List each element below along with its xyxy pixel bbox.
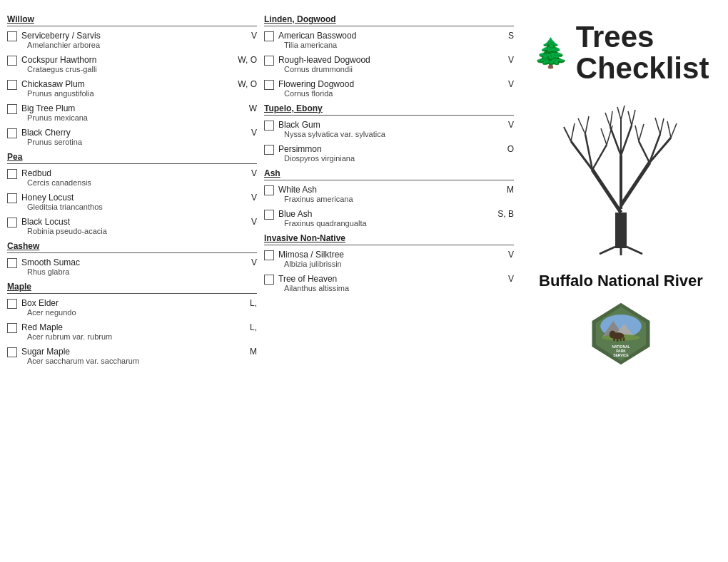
entry-name: Black Locust xyxy=(21,217,244,227)
entry-name: Black Cherry xyxy=(21,128,244,138)
svg-line-9 xyxy=(639,141,649,163)
svg-rect-42 xyxy=(620,338,622,342)
svg-line-23 xyxy=(635,126,639,141)
entry-code: V xyxy=(244,193,257,203)
section-header-tupelo-ebony: Tupelo, Ebony xyxy=(264,103,514,116)
svg-text:PARK: PARK xyxy=(616,349,626,353)
svg-text:NATIONAL: NATIONAL xyxy=(612,345,630,349)
entry-checkbox[interactable] xyxy=(7,56,17,66)
entry-code: V xyxy=(244,217,257,227)
svg-rect-43 xyxy=(623,338,625,342)
entry-latin: Gleditsia triancanthos xyxy=(27,203,257,211)
entry-checkbox[interactable] xyxy=(264,145,274,155)
entry-checkbox[interactable] xyxy=(7,104,17,114)
svg-point-39 xyxy=(610,331,616,339)
entry-checkbox[interactable] xyxy=(7,299,17,309)
title-area: 🌲 Trees Checklist xyxy=(533,21,709,84)
section-invasive: Invasive Non-NativeMimosa / SilktreeVAlb… xyxy=(264,233,514,292)
svg-line-1 xyxy=(592,170,621,213)
entry-checkbox[interactable] xyxy=(7,128,17,138)
tree-entry: Tree of HeavenVAilanthus altissima xyxy=(264,274,514,292)
entry-checkbox[interactable] xyxy=(264,185,274,195)
entry-latin: Tilia americana xyxy=(284,41,514,49)
entry-latin: Diospyros virginiana xyxy=(284,154,514,163)
left-column: WillowServiceberry / SarvisVAmelanchier … xyxy=(7,14,257,371)
entry-name: Honey Locust xyxy=(21,193,244,203)
entry-name: Rough-leaved Dogwood xyxy=(278,55,501,65)
entry-latin: Acer rubrum var. rubrum xyxy=(27,332,257,341)
svg-line-27 xyxy=(628,111,632,126)
entry-checkbox[interactable] xyxy=(7,323,17,333)
entry-name: Blue Ash xyxy=(278,209,490,219)
entry-name: Chickasaw Plum xyxy=(21,79,231,89)
entry-checkbox[interactable] xyxy=(264,250,274,260)
svg-line-22 xyxy=(655,118,660,134)
entry-latin: Prunus mexicana xyxy=(27,113,257,122)
entry-code: V xyxy=(244,31,257,41)
entry-checkbox[interactable] xyxy=(7,193,17,203)
entry-checkbox[interactable] xyxy=(7,347,17,357)
svg-line-10 xyxy=(610,127,621,155)
entry-name: Redbud xyxy=(21,168,244,178)
entry-latin: Fraxinus quadrangualta xyxy=(284,219,514,228)
entry-checkbox[interactable] xyxy=(7,80,17,90)
tree-illustration xyxy=(550,98,692,257)
entry-latin: Robinia pseudo-acacia xyxy=(27,227,257,235)
tree-entry: Honey LocustVGleditsia triancanthos xyxy=(7,193,257,211)
entry-checkbox[interactable] xyxy=(264,56,274,66)
svg-line-29 xyxy=(617,107,621,120)
entry-checkbox[interactable] xyxy=(264,210,274,220)
entry-checkbox[interactable] xyxy=(264,121,274,131)
section-linden-dogwood: Linden, DogwoodAmerican BasswoodSTilia a… xyxy=(264,14,514,98)
entry-name: Mimosa / Silktree xyxy=(278,250,501,260)
entry-checkbox[interactable] xyxy=(264,80,274,90)
svg-line-6 xyxy=(592,145,607,170)
section-header-pea: Pea xyxy=(7,152,257,164)
svg-line-11 xyxy=(621,126,632,155)
tree-entry: PersimmonODiospyros virginiana xyxy=(264,144,514,163)
entry-latin: Cornus drummondii xyxy=(284,65,514,73)
svg-rect-41 xyxy=(617,338,619,342)
svg-line-14 xyxy=(571,123,575,141)
tree-entry: Rough-leaved DogwoodVCornus drummondii xyxy=(264,55,514,73)
svg-line-28 xyxy=(632,110,635,126)
entry-latin: Fraxinus americana xyxy=(284,195,514,203)
svg-line-18 xyxy=(607,126,612,145)
svg-line-19 xyxy=(671,123,677,138)
subtitle: Buffalo National River xyxy=(539,272,703,290)
entry-code: W, O xyxy=(231,55,257,65)
section-header-willow: Willow xyxy=(7,14,257,26)
entry-checkbox[interactable] xyxy=(7,169,17,179)
tree-entry: Smooth SumacVRhus glabra xyxy=(7,257,257,276)
tree-entry: Serviceberry / SarvisVAmelanchier arbore… xyxy=(7,31,257,49)
section-header-maple: Maple xyxy=(7,282,257,294)
tree-entry: Black GumVNyssa sylvatica var. sylvatica xyxy=(264,120,514,138)
entry-code: S xyxy=(501,31,514,41)
entry-checkbox[interactable] xyxy=(264,31,274,41)
section-header-ash: Ash xyxy=(264,168,514,180)
entry-checkbox[interactable] xyxy=(7,218,17,228)
entry-code: O xyxy=(500,144,514,154)
svg-line-25 xyxy=(605,113,610,127)
tree-entry: White AshMFraxinus americana xyxy=(264,185,514,203)
entry-code: W, O xyxy=(231,79,257,89)
entry-name: Red Maple xyxy=(21,322,243,332)
tree-entry: Flowering DogwoodVCornus florida xyxy=(264,79,514,98)
entry-name: Big Tree Plum xyxy=(21,103,242,113)
svg-line-15 xyxy=(578,118,585,134)
entry-latin: Amelanchier arborea xyxy=(27,41,257,49)
svg-line-32 xyxy=(627,247,642,254)
svg-line-20 xyxy=(667,121,671,138)
entry-name: Serviceberry / Sarvis xyxy=(21,31,244,41)
entry-latin: Cercis canadensis xyxy=(27,178,257,187)
entry-checkbox[interactable] xyxy=(7,258,17,268)
tree-entry: Box ElderL,Acer negundo xyxy=(7,298,257,317)
main-title: Trees Checklist xyxy=(576,21,709,84)
entry-code: V xyxy=(501,274,514,284)
entry-checkbox[interactable] xyxy=(264,275,274,285)
entry-checkbox[interactable] xyxy=(7,31,17,41)
entry-code: V xyxy=(501,120,514,130)
svg-line-24 xyxy=(639,124,644,141)
entry-code: W xyxy=(242,103,257,113)
tree-entry: Chickasaw PlumW, OPrunus angustifolia xyxy=(7,79,257,98)
